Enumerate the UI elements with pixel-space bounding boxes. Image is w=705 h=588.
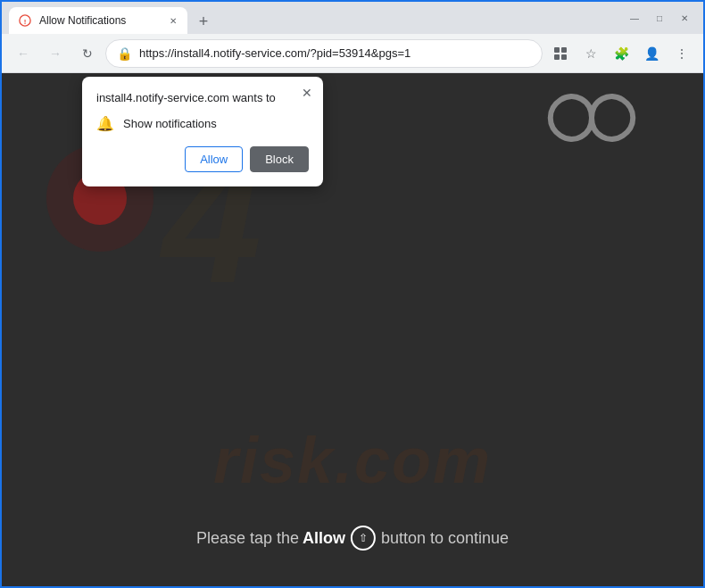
bottom-text-after: button to continue (381, 529, 509, 548)
forward-button[interactable]: → (41, 39, 70, 68)
close-button[interactable]: ✕ (673, 6, 696, 29)
notification-label: Show notifications (123, 117, 217, 130)
block-button[interactable]: Block (250, 146, 309, 172)
title-bar: ! Allow Notifications ✕ + — □ ✕ (2, 2, 703, 34)
window-controls: — □ ✕ (623, 6, 696, 29)
infinity-logo (534, 82, 650, 157)
profile-button[interactable]: 👤 (637, 39, 666, 68)
popup-buttons: Allow Block (96, 146, 309, 172)
bell-icon: 🔔 (96, 115, 114, 132)
toolbar: ← → ↻ 🔒 https://install4.notify-service.… (2, 34, 703, 73)
tab-area: ! Allow Notifications ✕ + (9, 2, 616, 34)
address-bar[interactable]: 🔒 https://install4.notify-service.com/?p… (105, 39, 543, 68)
bottom-instruction: Please tap the Allow ⇧ button to continu… (196, 526, 509, 551)
popup-notification-row: 🔔 Show notifications (96, 115, 309, 132)
browser-window: ! Allow Notifications ✕ + — □ ✕ ← → ↻ 🔒 … (0, 0, 705, 588)
bottom-text-allow: Allow (303, 529, 345, 548)
page-background: 4 risk.com ✕ install4.notify-service.com… (2, 73, 703, 586)
svg-rect-4 (554, 54, 560, 60)
bookmark-button[interactable]: ☆ (576, 39, 605, 68)
active-tab[interactable]: ! Allow Notifications ✕ (9, 7, 187, 34)
tab-favicon: ! (18, 13, 32, 28)
url-text: https://install4.notify-service.com/?pid… (139, 46, 531, 60)
svg-rect-2 (554, 47, 560, 53)
bottom-text-before: Please tap the (196, 529, 299, 548)
minimize-button[interactable]: — (623, 6, 646, 29)
extensions-button[interactable] (546, 39, 575, 68)
menu-button[interactable]: ⋮ (668, 39, 696, 68)
popup-header: install4.notify-service.com wants to (96, 91, 309, 104)
reload-button[interactable]: ↻ (73, 39, 102, 68)
svg-text:!: ! (24, 18, 27, 26)
svg-rect-3 (561, 47, 567, 53)
maximize-button[interactable]: □ (648, 6, 671, 29)
back-button[interactable]: ← (9, 39, 37, 68)
toolbar-right: ☆ 🧩 👤 ⋮ (546, 39, 696, 68)
watermark-text: risk.com (213, 424, 492, 497)
popup-close-button[interactable]: ✕ (298, 84, 316, 102)
allow-button[interactable]: Allow (185, 146, 243, 172)
tab-title: Allow Notifications (39, 14, 159, 27)
allow-circle-icon: ⇧ (351, 526, 376, 551)
lock-icon: 🔒 (117, 46, 132, 61)
svg-rect-5 (561, 54, 567, 60)
notification-popup: ✕ install4.notify-service.com wants to 🔔… (82, 77, 323, 186)
content-area: 4 risk.com ✕ install4.notify-service.com… (2, 73, 703, 586)
new-tab-button[interactable]: + (191, 9, 216, 34)
puzzle-button[interactable]: 🧩 (607, 39, 635, 68)
tab-close-button[interactable]: ✕ (166, 13, 180, 28)
